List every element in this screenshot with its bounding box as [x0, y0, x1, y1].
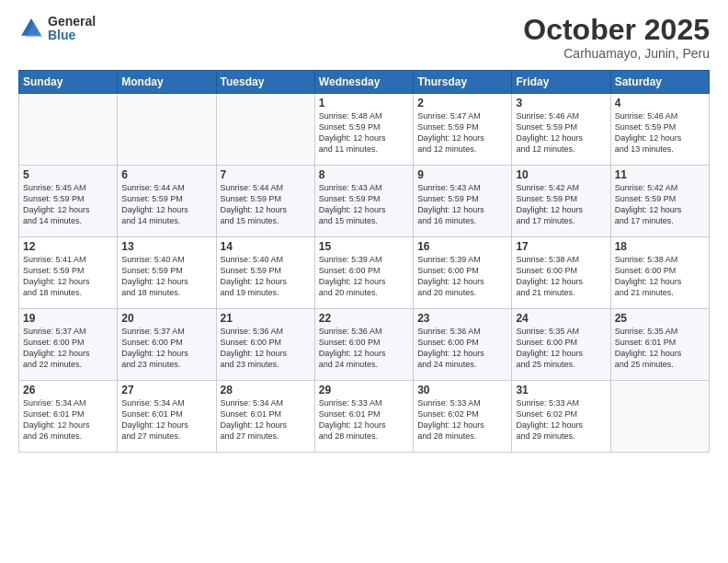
day-info: Sunrise: 5:34 AM Sunset: 6:01 PM Dayligh… [221, 397, 311, 442]
day-info: Sunrise: 5:39 AM Sunset: 6:00 PM Dayligh… [417, 254, 507, 299]
day-info: Sunrise: 5:47 AM Sunset: 5:59 PM Dayligh… [417, 110, 507, 155]
calendar-cell: 3Sunrise: 5:46 AM Sunset: 5:59 PM Daylig… [512, 94, 610, 166]
day-number: 22 [319, 312, 409, 325]
header-monday: Monday [118, 71, 216, 94]
day-number: 18 [615, 240, 705, 253]
calendar-cell: 28Sunrise: 5:34 AM Sunset: 6:01 PM Dayli… [216, 381, 314, 453]
day-number: 7 [221, 168, 311, 181]
calendar-cell: 4Sunrise: 5:46 AM Sunset: 5:59 PM Daylig… [610, 94, 709, 166]
logo: General Blue [18, 15, 96, 43]
day-info: Sunrise: 5:40 AM Sunset: 5:59 PM Dayligh… [221, 254, 311, 299]
day-number: 28 [221, 384, 311, 396]
day-number: 2 [417, 97, 507, 109]
calendar-cell: 26Sunrise: 5:34 AM Sunset: 6:01 PM Dayli… [19, 381, 118, 453]
calendar-week-row: 5Sunrise: 5:45 AM Sunset: 5:59 PM Daylig… [19, 166, 710, 237]
calendar-page: General Blue October 2025 Carhuamayo, Ju… [0, 0, 728, 563]
day-number: 29 [319, 384, 409, 396]
calendar-cell: 22Sunrise: 5:36 AM Sunset: 6:00 PM Dayli… [314, 309, 413, 381]
day-number: 1 [319, 97, 409, 109]
calendar-cell [216, 94, 314, 166]
logo-icon [18, 16, 44, 41]
header-saturday: Saturday [610, 71, 709, 94]
calendar-cell: 20Sunrise: 5:37 AM Sunset: 6:00 PM Dayli… [118, 309, 216, 381]
day-number: 27 [121, 384, 211, 396]
day-number: 8 [319, 168, 409, 181]
calendar-subtitle: Carhuamayo, Junin, Peru [523, 46, 710, 61]
calendar-cell: 2Sunrise: 5:47 AM Sunset: 5:59 PM Daylig… [414, 94, 512, 166]
calendar-cell: 13Sunrise: 5:40 AM Sunset: 5:59 PM Dayli… [118, 237, 216, 309]
logo-blue-text: Blue [48, 29, 96, 42]
day-info: Sunrise: 5:37 AM Sunset: 6:00 PM Dayligh… [23, 326, 113, 371]
day-number: 25 [615, 312, 705, 325]
calendar-week-row: 1Sunrise: 5:48 AM Sunset: 5:59 PM Daylig… [19, 94, 710, 166]
calendar-cell [19, 94, 118, 166]
day-info: Sunrise: 5:43 AM Sunset: 5:59 PM Dayligh… [417, 182, 507, 227]
day-info: Sunrise: 5:40 AM Sunset: 5:59 PM Dayligh… [121, 254, 211, 299]
header: General Blue October 2025 Carhuamayo, Ju… [18, 15, 710, 61]
day-number: 14 [221, 240, 311, 253]
day-number: 26 [23, 384, 113, 396]
calendar-cell: 5Sunrise: 5:45 AM Sunset: 5:59 PM Daylig… [19, 166, 118, 237]
calendar-cell: 14Sunrise: 5:40 AM Sunset: 5:59 PM Dayli… [216, 237, 314, 309]
day-number: 10 [516, 168, 606, 181]
day-info: Sunrise: 5:44 AM Sunset: 5:59 PM Dayligh… [121, 182, 211, 227]
calendar-cell: 21Sunrise: 5:36 AM Sunset: 6:00 PM Dayli… [216, 309, 314, 381]
day-number: 23 [417, 312, 507, 325]
day-number: 12 [23, 240, 113, 253]
header-tuesday: Tuesday [216, 71, 314, 94]
calendar-body: 1Sunrise: 5:48 AM Sunset: 5:59 PM Daylig… [19, 94, 710, 453]
calendar-cell: 24Sunrise: 5:35 AM Sunset: 6:00 PM Dayli… [512, 309, 610, 381]
day-number: 4 [615, 97, 705, 109]
title-section: October 2025 Carhuamayo, Junin, Peru [523, 15, 710, 61]
day-number: 13 [121, 240, 211, 253]
day-info: Sunrise: 5:38 AM Sunset: 6:00 PM Dayligh… [516, 254, 606, 299]
day-number: 3 [516, 97, 606, 109]
day-info: Sunrise: 5:36 AM Sunset: 6:00 PM Dayligh… [417, 326, 507, 371]
day-number: 20 [121, 312, 211, 325]
calendar-cell: 10Sunrise: 5:42 AM Sunset: 5:59 PM Dayli… [512, 166, 610, 237]
day-number: 11 [615, 168, 705, 181]
calendar-cell: 25Sunrise: 5:35 AM Sunset: 6:01 PM Dayli… [610, 309, 709, 381]
calendar-cell: 1Sunrise: 5:48 AM Sunset: 5:59 PM Daylig… [314, 94, 413, 166]
day-number: 30 [417, 384, 507, 396]
day-info: Sunrise: 5:33 AM Sunset: 6:02 PM Dayligh… [417, 397, 507, 442]
day-number: 17 [516, 240, 606, 253]
calendar-cell: 6Sunrise: 5:44 AM Sunset: 5:59 PM Daylig… [118, 166, 216, 237]
day-number: 21 [221, 312, 311, 325]
day-info: Sunrise: 5:34 AM Sunset: 6:01 PM Dayligh… [121, 397, 211, 442]
calendar-cell: 19Sunrise: 5:37 AM Sunset: 6:00 PM Dayli… [19, 309, 118, 381]
day-info: Sunrise: 5:46 AM Sunset: 5:59 PM Dayligh… [615, 110, 705, 155]
calendar-cell: 27Sunrise: 5:34 AM Sunset: 6:01 PM Dayli… [118, 381, 216, 453]
calendar-cell: 7Sunrise: 5:44 AM Sunset: 5:59 PM Daylig… [216, 166, 314, 237]
logo-general-text: General [48, 15, 96, 29]
day-info: Sunrise: 5:36 AM Sunset: 6:00 PM Dayligh… [221, 326, 311, 371]
day-info: Sunrise: 5:42 AM Sunset: 5:59 PM Dayligh… [516, 182, 606, 227]
calendar-week-row: 12Sunrise: 5:41 AM Sunset: 5:59 PM Dayli… [19, 237, 710, 309]
calendar-cell: 15Sunrise: 5:39 AM Sunset: 6:00 PM Dayli… [314, 237, 413, 309]
calendar-cell [118, 94, 216, 166]
calendar-cell: 16Sunrise: 5:39 AM Sunset: 6:00 PM Dayli… [414, 237, 512, 309]
day-info: Sunrise: 5:38 AM Sunset: 6:00 PM Dayligh… [615, 254, 705, 299]
calendar-cell: 18Sunrise: 5:38 AM Sunset: 6:00 PM Dayli… [610, 237, 709, 309]
day-number: 19 [23, 312, 113, 325]
day-info: Sunrise: 5:48 AM Sunset: 5:59 PM Dayligh… [319, 110, 409, 155]
calendar-cell: 29Sunrise: 5:33 AM Sunset: 6:01 PM Dayli… [314, 381, 413, 453]
day-info: Sunrise: 5:36 AM Sunset: 6:00 PM Dayligh… [319, 326, 409, 371]
day-number: 16 [417, 240, 507, 253]
calendar-cell [610, 381, 709, 453]
header-sunday: Sunday [19, 71, 118, 94]
calendar-table: Sunday Monday Tuesday Wednesday Thursday… [18, 70, 710, 453]
header-friday: Friday [512, 71, 610, 94]
day-info: Sunrise: 5:43 AM Sunset: 5:59 PM Dayligh… [319, 182, 409, 227]
day-number: 15 [319, 240, 409, 253]
day-info: Sunrise: 5:45 AM Sunset: 5:59 PM Dayligh… [23, 182, 113, 227]
day-info: Sunrise: 5:46 AM Sunset: 5:59 PM Dayligh… [516, 110, 606, 155]
day-number: 5 [23, 168, 113, 181]
calendar-cell: 30Sunrise: 5:33 AM Sunset: 6:02 PM Dayli… [414, 381, 512, 453]
calendar-week-row: 26Sunrise: 5:34 AM Sunset: 6:01 PM Dayli… [19, 381, 710, 453]
header-wednesday: Wednesday [314, 71, 413, 94]
day-info: Sunrise: 5:33 AM Sunset: 6:01 PM Dayligh… [319, 397, 409, 442]
calendar-cell: 11Sunrise: 5:42 AM Sunset: 5:59 PM Dayli… [610, 166, 709, 237]
day-info: Sunrise: 5:41 AM Sunset: 5:59 PM Dayligh… [23, 254, 113, 299]
day-info: Sunrise: 5:37 AM Sunset: 6:00 PM Dayligh… [121, 326, 211, 371]
